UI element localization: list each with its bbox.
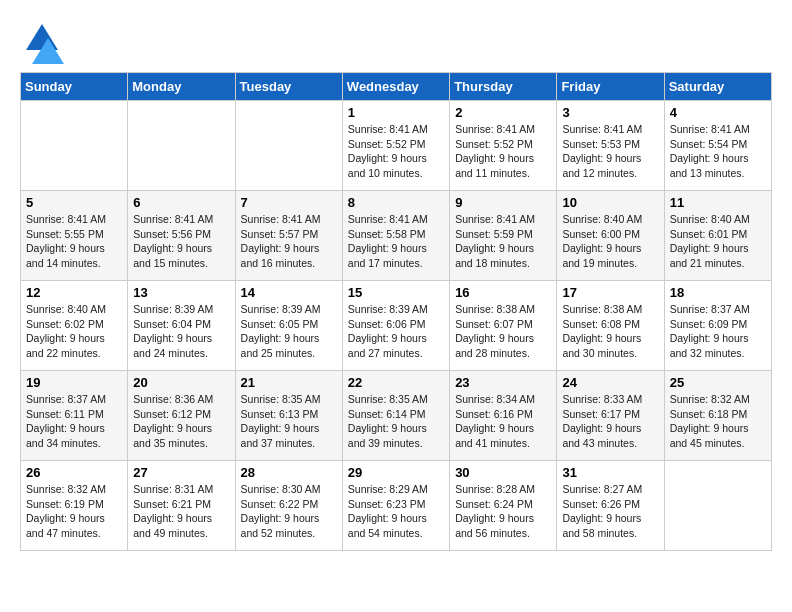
calendar-day-30: 30Sunrise: 8:28 AM Sunset: 6:24 PM Dayli… (450, 461, 557, 551)
day-header-thursday: Thursday (450, 73, 557, 101)
calendar-day-10: 10Sunrise: 8:40 AM Sunset: 6:00 PM Dayli… (557, 191, 664, 281)
day-info: Sunrise: 8:41 AM Sunset: 5:55 PM Dayligh… (26, 212, 122, 271)
day-info: Sunrise: 8:38 AM Sunset: 6:08 PM Dayligh… (562, 302, 658, 361)
day-number: 21 (241, 375, 337, 390)
day-info: Sunrise: 8:37 AM Sunset: 6:11 PM Dayligh… (26, 392, 122, 451)
day-number: 4 (670, 105, 766, 120)
day-number: 3 (562, 105, 658, 120)
day-info: Sunrise: 8:41 AM Sunset: 5:52 PM Dayligh… (348, 122, 444, 181)
day-info: Sunrise: 8:36 AM Sunset: 6:12 PM Dayligh… (133, 392, 229, 451)
calendar-week-row: 26Sunrise: 8:32 AM Sunset: 6:19 PM Dayli… (21, 461, 772, 551)
day-number: 22 (348, 375, 444, 390)
day-number: 27 (133, 465, 229, 480)
calendar-day-22: 22Sunrise: 8:35 AM Sunset: 6:14 PM Dayli… (342, 371, 449, 461)
calendar-week-row: 19Sunrise: 8:37 AM Sunset: 6:11 PM Dayli… (21, 371, 772, 461)
day-number: 9 (455, 195, 551, 210)
calendar-day-13: 13Sunrise: 8:39 AM Sunset: 6:04 PM Dayli… (128, 281, 235, 371)
calendar-day-23: 23Sunrise: 8:34 AM Sunset: 6:16 PM Dayli… (450, 371, 557, 461)
day-number: 11 (670, 195, 766, 210)
day-number: 10 (562, 195, 658, 210)
day-number: 18 (670, 285, 766, 300)
day-number: 14 (241, 285, 337, 300)
day-number: 26 (26, 465, 122, 480)
day-number: 23 (455, 375, 551, 390)
day-header-saturday: Saturday (664, 73, 771, 101)
calendar-empty-cell (128, 101, 235, 191)
calendar-empty-cell (235, 101, 342, 191)
calendar-day-18: 18Sunrise: 8:37 AM Sunset: 6:09 PM Dayli… (664, 281, 771, 371)
day-number: 24 (562, 375, 658, 390)
day-number: 30 (455, 465, 551, 480)
day-number: 28 (241, 465, 337, 480)
calendar-week-row: 12Sunrise: 8:40 AM Sunset: 6:02 PM Dayli… (21, 281, 772, 371)
day-info: Sunrise: 8:27 AM Sunset: 6:26 PM Dayligh… (562, 482, 658, 541)
calendar-week-row: 5Sunrise: 8:41 AM Sunset: 5:55 PM Daylig… (21, 191, 772, 281)
day-number: 1 (348, 105, 444, 120)
day-header-monday: Monday (128, 73, 235, 101)
day-header-friday: Friday (557, 73, 664, 101)
calendar-day-14: 14Sunrise: 8:39 AM Sunset: 6:05 PM Dayli… (235, 281, 342, 371)
day-number: 31 (562, 465, 658, 480)
day-info: Sunrise: 8:32 AM Sunset: 6:19 PM Dayligh… (26, 482, 122, 541)
calendar-day-3: 3Sunrise: 8:41 AM Sunset: 5:53 PM Daylig… (557, 101, 664, 191)
calendar-day-28: 28Sunrise: 8:30 AM Sunset: 6:22 PM Dayli… (235, 461, 342, 551)
day-number: 12 (26, 285, 122, 300)
day-header-sunday: Sunday (21, 73, 128, 101)
calendar-day-12: 12Sunrise: 8:40 AM Sunset: 6:02 PM Dayli… (21, 281, 128, 371)
day-info: Sunrise: 8:39 AM Sunset: 6:04 PM Dayligh… (133, 302, 229, 361)
day-info: Sunrise: 8:35 AM Sunset: 6:14 PM Dayligh… (348, 392, 444, 451)
day-number: 2 (455, 105, 551, 120)
day-info: Sunrise: 8:39 AM Sunset: 6:06 PM Dayligh… (348, 302, 444, 361)
calendar-day-26: 26Sunrise: 8:32 AM Sunset: 6:19 PM Dayli… (21, 461, 128, 551)
calendar-empty-cell (664, 461, 771, 551)
day-info: Sunrise: 8:41 AM Sunset: 5:57 PM Dayligh… (241, 212, 337, 271)
calendar-day-16: 16Sunrise: 8:38 AM Sunset: 6:07 PM Dayli… (450, 281, 557, 371)
day-info: Sunrise: 8:28 AM Sunset: 6:24 PM Dayligh… (455, 482, 551, 541)
day-info: Sunrise: 8:34 AM Sunset: 6:16 PM Dayligh… (455, 392, 551, 451)
day-number: 6 (133, 195, 229, 210)
calendar-day-25: 25Sunrise: 8:32 AM Sunset: 6:18 PM Dayli… (664, 371, 771, 461)
calendar-day-8: 8Sunrise: 8:41 AM Sunset: 5:58 PM Daylig… (342, 191, 449, 281)
day-info: Sunrise: 8:41 AM Sunset: 5:53 PM Dayligh… (562, 122, 658, 181)
day-number: 17 (562, 285, 658, 300)
logo (20, 20, 70, 64)
day-info: Sunrise: 8:40 AM Sunset: 6:02 PM Dayligh… (26, 302, 122, 361)
day-info: Sunrise: 8:30 AM Sunset: 6:22 PM Dayligh… (241, 482, 337, 541)
day-header-wednesday: Wednesday (342, 73, 449, 101)
day-info: Sunrise: 8:41 AM Sunset: 5:59 PM Dayligh… (455, 212, 551, 271)
calendar-week-row: 1Sunrise: 8:41 AM Sunset: 5:52 PM Daylig… (21, 101, 772, 191)
day-info: Sunrise: 8:38 AM Sunset: 6:07 PM Dayligh… (455, 302, 551, 361)
calendar-day-7: 7Sunrise: 8:41 AM Sunset: 5:57 PM Daylig… (235, 191, 342, 281)
calendar-day-4: 4Sunrise: 8:41 AM Sunset: 5:54 PM Daylig… (664, 101, 771, 191)
day-info: Sunrise: 8:40 AM Sunset: 6:01 PM Dayligh… (670, 212, 766, 271)
calendar-header-row: SundayMondayTuesdayWednesdayThursdayFrid… (21, 73, 772, 101)
calendar-day-21: 21Sunrise: 8:35 AM Sunset: 6:13 PM Dayli… (235, 371, 342, 461)
page-header (20, 20, 772, 64)
calendar-day-20: 20Sunrise: 8:36 AM Sunset: 6:12 PM Dayli… (128, 371, 235, 461)
calendar-day-27: 27Sunrise: 8:31 AM Sunset: 6:21 PM Dayli… (128, 461, 235, 551)
calendar-day-11: 11Sunrise: 8:40 AM Sunset: 6:01 PM Dayli… (664, 191, 771, 281)
day-info: Sunrise: 8:32 AM Sunset: 6:18 PM Dayligh… (670, 392, 766, 451)
day-info: Sunrise: 8:40 AM Sunset: 6:00 PM Dayligh… (562, 212, 658, 271)
calendar-day-2: 2Sunrise: 8:41 AM Sunset: 5:52 PM Daylig… (450, 101, 557, 191)
day-info: Sunrise: 8:37 AM Sunset: 6:09 PM Dayligh… (670, 302, 766, 361)
day-number: 13 (133, 285, 229, 300)
calendar-day-29: 29Sunrise: 8:29 AM Sunset: 6:23 PM Dayli… (342, 461, 449, 551)
calendar-day-24: 24Sunrise: 8:33 AM Sunset: 6:17 PM Dayli… (557, 371, 664, 461)
day-info: Sunrise: 8:41 AM Sunset: 5:56 PM Dayligh… (133, 212, 229, 271)
day-info: Sunrise: 8:41 AM Sunset: 5:58 PM Dayligh… (348, 212, 444, 271)
day-number: 19 (26, 375, 122, 390)
svg-marker-0 (26, 24, 58, 50)
day-number: 20 (133, 375, 229, 390)
calendar-day-19: 19Sunrise: 8:37 AM Sunset: 6:11 PM Dayli… (21, 371, 128, 461)
day-number: 15 (348, 285, 444, 300)
day-info: Sunrise: 8:41 AM Sunset: 5:54 PM Dayligh… (670, 122, 766, 181)
calendar-day-5: 5Sunrise: 8:41 AM Sunset: 5:55 PM Daylig… (21, 191, 128, 281)
calendar-day-1: 1Sunrise: 8:41 AM Sunset: 5:52 PM Daylig… (342, 101, 449, 191)
calendar-day-9: 9Sunrise: 8:41 AM Sunset: 5:59 PM Daylig… (450, 191, 557, 281)
day-number: 25 (670, 375, 766, 390)
day-number: 7 (241, 195, 337, 210)
calendar-day-15: 15Sunrise: 8:39 AM Sunset: 6:06 PM Dayli… (342, 281, 449, 371)
calendar-table: SundayMondayTuesdayWednesdayThursdayFrid… (20, 72, 772, 551)
day-header-tuesday: Tuesday (235, 73, 342, 101)
